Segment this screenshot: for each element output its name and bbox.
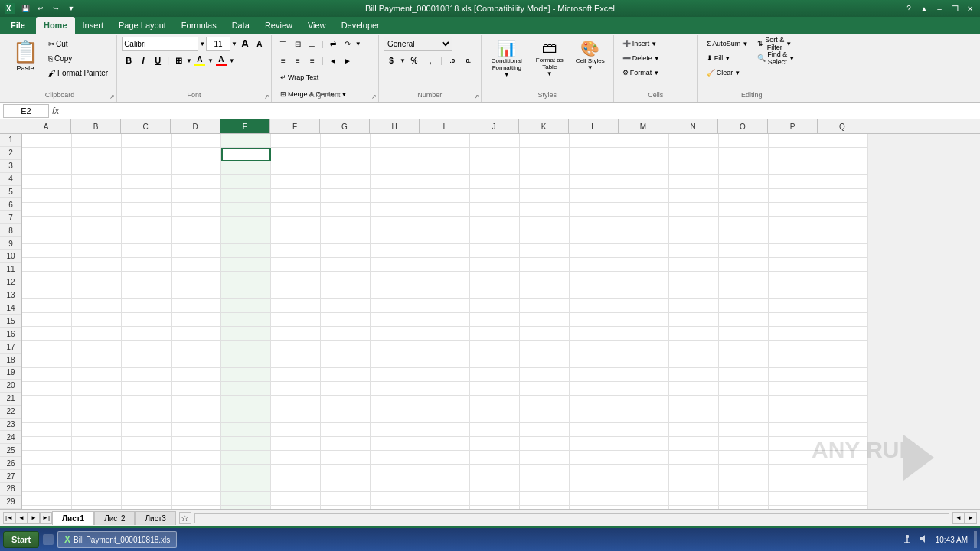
grid-cell[interactable] bbox=[719, 285, 769, 299]
grid-cell[interactable] bbox=[619, 272, 669, 285]
taskbar-excel-item[interactable]: X Bill Payment_000010818.xls bbox=[57, 531, 177, 548]
grid-cell[interactable] bbox=[619, 189, 669, 203]
cell-styles-button[interactable]: 🎨 Cell Styles ▼ bbox=[572, 37, 609, 87]
grid-cell[interactable] bbox=[769, 437, 818, 451]
col-header-n[interactable]: N bbox=[668, 119, 718, 133]
grid-cell[interactable] bbox=[420, 423, 470, 437]
ribbon-collapse-button[interactable]: ▲ bbox=[917, 2, 931, 15]
grid-cell[interactable] bbox=[619, 313, 669, 327]
grid-cell[interactable] bbox=[520, 492, 570, 506]
grid-cell[interactable] bbox=[719, 189, 769, 203]
grid-cell[interactable] bbox=[769, 423, 818, 437]
grid-cell[interactable] bbox=[420, 354, 470, 368]
grid-cell[interactable] bbox=[371, 423, 420, 437]
increase-indent-button[interactable]: ► bbox=[341, 54, 354, 67]
col-header-i[interactable]: I bbox=[420, 119, 469, 133]
grid-cell[interactable] bbox=[221, 189, 271, 203]
grid-cell[interactable] bbox=[769, 354, 818, 368]
grid-cell[interactable] bbox=[520, 189, 570, 203]
grid-cell[interactable] bbox=[818, 285, 868, 299]
grid-cell[interactable] bbox=[321, 423, 371, 437]
grid-cell[interactable] bbox=[321, 341, 371, 354]
grid-cell[interactable] bbox=[520, 506, 570, 509]
tab-review[interactable]: Review bbox=[257, 17, 300, 34]
grid-cell[interactable] bbox=[321, 299, 371, 313]
grid-cell[interactable] bbox=[420, 189, 470, 203]
grid-cell[interactable] bbox=[719, 492, 769, 506]
grid-cell[interactable] bbox=[371, 341, 420, 354]
grid-cell[interactable] bbox=[122, 437, 172, 451]
format-as-table-button[interactable]: 🗃 Format as Table ▼ bbox=[529, 37, 570, 87]
grid-cell[interactable] bbox=[818, 382, 868, 396]
grid-cell[interactable] bbox=[619, 299, 669, 313]
grid-cell[interactable] bbox=[570, 354, 619, 368]
grid-cell[interactable] bbox=[420, 217, 470, 230]
grid-cell[interactable] bbox=[520, 313, 570, 327]
row-num-12[interactable]: 12 bbox=[0, 276, 21, 289]
grid-cell[interactable] bbox=[122, 313, 172, 327]
grid-cell[interactable] bbox=[570, 148, 619, 161]
grid-cell[interactable] bbox=[818, 396, 868, 409]
grid-cell[interactable] bbox=[570, 478, 619, 492]
grid-cell[interactable] bbox=[570, 465, 619, 478]
grid-cell[interactable] bbox=[570, 230, 619, 244]
grid-cell[interactable] bbox=[221, 341, 271, 354]
name-box[interactable] bbox=[3, 104, 49, 118]
delete-cells-button[interactable]: ➖ Delete ▼ bbox=[619, 51, 664, 65]
col-header-k[interactable]: K bbox=[519, 119, 569, 133]
col-header-m[interactable]: M bbox=[619, 119, 668, 133]
tab-insert[interactable]: Insert bbox=[75, 17, 112, 34]
grid-cell[interactable] bbox=[570, 244, 619, 258]
grid-cell[interactable] bbox=[669, 506, 719, 509]
grid-cell[interactable] bbox=[520, 327, 570, 341]
grid-cell[interactable] bbox=[420, 134, 470, 148]
grid-cell[interactable] bbox=[72, 244, 122, 258]
grid-cell[interactable] bbox=[172, 148, 221, 161]
grid-cell[interactable] bbox=[470, 382, 520, 396]
grid-cell[interactable] bbox=[72, 134, 122, 148]
find-dropdown-icon[interactable]: ▼ bbox=[789, 55, 795, 62]
grid-cell[interactable] bbox=[719, 217, 769, 230]
grid-cell[interactable] bbox=[271, 451, 321, 465]
grid-cell[interactable] bbox=[520, 258, 570, 272]
grid-cell[interactable] bbox=[669, 492, 719, 506]
grid-cell[interactable] bbox=[818, 203, 868, 217]
grid-cell[interactable] bbox=[570, 382, 619, 396]
grid-cell[interactable] bbox=[221, 423, 271, 437]
redo-button[interactable]: ↪ bbox=[49, 2, 63, 15]
grid-cell[interactable] bbox=[72, 203, 122, 217]
grid-cell[interactable] bbox=[271, 189, 321, 203]
grid-cell[interactable] bbox=[271, 437, 321, 451]
fill-color-dropdown-icon[interactable]: ▼ bbox=[207, 57, 214, 64]
copy-button[interactable]: ⎘ Copy bbox=[44, 51, 112, 65]
grid-cell[interactable] bbox=[22, 465, 72, 478]
grid-cell[interactable] bbox=[669, 409, 719, 423]
row-num-2[interactable]: 2 bbox=[0, 147, 21, 160]
grid-cell[interactable] bbox=[619, 506, 669, 509]
grid-cell[interactable] bbox=[321, 368, 371, 382]
increase-font-size-button[interactable]: A bbox=[238, 37, 252, 51]
grid-cell[interactable] bbox=[371, 272, 420, 285]
grid-cell[interactable] bbox=[719, 368, 769, 382]
row-num-27[interactable]: 27 bbox=[0, 470, 21, 483]
grid-cell[interactable] bbox=[470, 217, 520, 230]
alignment-expand-icon[interactable]: ↗ bbox=[371, 93, 377, 100]
grid-cell[interactable] bbox=[818, 465, 868, 478]
grid-cell[interactable] bbox=[271, 492, 321, 506]
grid-cell[interactable] bbox=[172, 341, 221, 354]
start-button[interactable]: Start bbox=[3, 531, 39, 548]
grid-cell[interactable] bbox=[22, 478, 72, 492]
grid-cell[interactable] bbox=[520, 341, 570, 354]
align-top-button[interactable]: ⊤ bbox=[276, 37, 290, 51]
grid-cell[interactable] bbox=[221, 313, 271, 327]
grid-cell[interactable] bbox=[122, 382, 172, 396]
format-dropdown-icon[interactable]: ▼ bbox=[653, 70, 659, 77]
grid-cell[interactable] bbox=[669, 465, 719, 478]
grid-cell[interactable] bbox=[570, 134, 619, 148]
grid-cell[interactable] bbox=[271, 423, 321, 437]
grid-cell[interactable] bbox=[669, 175, 719, 189]
grid-cell[interactable] bbox=[818, 368, 868, 382]
row-num-21[interactable]: 21 bbox=[0, 393, 21, 406]
col-header-a[interactable]: A bbox=[21, 119, 71, 133]
grid-cell[interactable] bbox=[420, 409, 470, 423]
